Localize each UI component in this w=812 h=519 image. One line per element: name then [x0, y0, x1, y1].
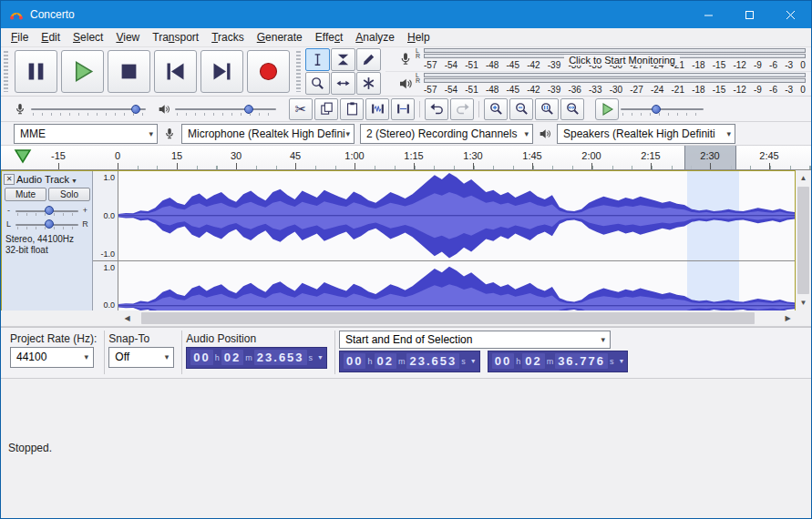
- toolbar-row-middle: ✂: [1, 97, 811, 122]
- play-button[interactable]: [61, 50, 104, 93]
- menu-item-effect[interactable]: Effect: [309, 29, 349, 46]
- tools-toolbar-grip[interactable]: [296, 51, 301, 92]
- db-scale-value: -24: [651, 84, 663, 96]
- multi-tool-button[interactable]: [356, 72, 381, 95]
- playback-device-select[interactable]: Speakers (Realtek High Definiti: [557, 124, 735, 144]
- scroll-up-icon[interactable]: ▲: [796, 170, 811, 186]
- zoom-in-button[interactable]: [484, 98, 508, 120]
- audio-track-close-icon[interactable]: ✕: [4, 174, 15, 185]
- gain-max-label: +: [82, 206, 88, 215]
- playback-meter[interactable]: L R -57-54-51-48-45-42-39-36-33-30-27-24…: [385, 72, 811, 96]
- play-speed-thumb[interactable]: [652, 105, 661, 114]
- copy-button[interactable]: [314, 98, 338, 120]
- maximize-button[interactable]: [729, 1, 770, 28]
- time-shift-tool-button[interactable]: [331, 72, 355, 95]
- menu-item-view[interactable]: View: [109, 29, 146, 46]
- skip-to-start-button[interactable]: [154, 50, 197, 93]
- draw-tool-button[interactable]: [356, 48, 381, 71]
- timebox-dropdown-icon[interactable]: [618, 358, 624, 364]
- menu-item-analyze[interactable]: Analyze: [349, 29, 401, 46]
- track-area[interactable]: ✕ Audio Track Mute Solo - + L R: [1, 170, 811, 310]
- menu-item-help[interactable]: Help: [401, 29, 437, 46]
- solo-button[interactable]: Solo: [48, 188, 90, 201]
- recording-channels-select[interactable]: 2 (Stereo) Recording Channels: [360, 124, 533, 144]
- status-text: Stopped.: [8, 442, 52, 454]
- close-button[interactable]: [770, 1, 811, 28]
- db-scale-value: -39: [548, 59, 560, 71]
- waveform-area[interactable]: [118, 171, 795, 310]
- menu-item-generate[interactable]: Generate: [251, 29, 309, 46]
- zoom-tool-button[interactable]: [305, 72, 330, 95]
- play-at-speed-button[interactable]: [595, 98, 619, 120]
- timebox-dropdown-icon[interactable]: [470, 358, 477, 364]
- pan-slider[interactable]: [14, 218, 80, 230]
- audio-track[interactable]: ✕ Audio Track Mute Solo - + L R: [1, 170, 796, 310]
- redo-button[interactable]: [450, 98, 474, 120]
- waveform-channel-right[interactable]: [118, 261, 795, 310]
- menu-item-transport[interactable]: Transport: [146, 29, 205, 46]
- menu-item-edit[interactable]: Edit: [35, 29, 67, 46]
- recording-meter[interactable]: L R -57-54-51-48-45-42-39-36-33-30-27-24…: [385, 47, 811, 72]
- cut-button[interactable]: ✂: [289, 98, 313, 120]
- pan-thumb[interactable]: [45, 219, 54, 229]
- paste-button[interactable]: [340, 98, 364, 120]
- playback-volume-thumb[interactable]: [244, 105, 253, 114]
- selection-end-field[interactable]: 00h 02m 36.776s: [488, 351, 629, 372]
- gain-slider[interactable]: [14, 204, 80, 217]
- gain-thumb[interactable]: [45, 206, 54, 215]
- fit-selection-button[interactable]: [535, 98, 559, 120]
- stop-button[interactable]: [108, 50, 150, 93]
- audio-host-select[interactable]: MME: [14, 124, 158, 144]
- scroll-left-icon[interactable]: ◀: [119, 310, 135, 326]
- undo-button[interactable]: [425, 98, 448, 120]
- transport-toolbar-grip[interactable]: [4, 51, 8, 92]
- timeline-play-pin-icon[interactable]: [14, 149, 32, 164]
- recording-device-select[interactable]: Microphone (Realtek High Defini: [181, 124, 355, 144]
- menu-bar[interactable]: FileEditSelectViewTransportTracksGenerat…: [1, 28, 811, 47]
- snap-to-select[interactable]: Off: [108, 347, 174, 368]
- mute-button[interactable]: Mute: [5, 188, 46, 201]
- horizontal-scroll-track[interactable]: [135, 310, 780, 326]
- audio-position-group: Audio Position 00h 02m 23.653s: [182, 331, 335, 374]
- audio-position-field[interactable]: 00h 02m 23.653s: [186, 347, 327, 369]
- db-scale-value: -36: [568, 84, 581, 96]
- selection-start-field[interactable]: 00h 02m 23.653s: [339, 351, 480, 372]
- trim-audio-button[interactable]: [365, 98, 389, 120]
- playback-volume-slider[interactable]: [173, 102, 278, 117]
- horizontal-scroll-thumb[interactable]: [141, 312, 755, 324]
- monitoring-hint[interactable]: Click to Start Monitoring: [564, 55, 680, 66]
- scroll-down-icon[interactable]: ▼: [796, 295, 811, 310]
- audio-track-name-menu[interactable]: Audio Track: [16, 174, 77, 185]
- pause-button[interactable]: [15, 50, 57, 93]
- project-rate-select[interactable]: 44100: [10, 347, 94, 368]
- db-scale-value: -18: [692, 84, 704, 96]
- menu-item-file[interactable]: File: [5, 29, 35, 46]
- db-scale-value: -48: [486, 59, 499, 71]
- menu-item-select[interactable]: Select: [67, 29, 109, 46]
- vertical-scroll-thumb[interactable]: [797, 187, 809, 294]
- fit-project-button[interactable]: [560, 98, 584, 120]
- scroll-right-icon[interactable]: ▶: [780, 310, 796, 326]
- selection-tool-button[interactable]: [305, 48, 330, 71]
- zoom-out-button[interactable]: [509, 98, 533, 120]
- waveform-channel-left[interactable]: [118, 171, 795, 261]
- recording-volume-slider[interactable]: [29, 102, 148, 117]
- menu-item-tracks[interactable]: Tracks: [205, 29, 251, 46]
- play-speed-slider[interactable]: [619, 102, 705, 117]
- vertical-scale-ruler[interactable]: 1.0 0.0 -1.0 1.0 0.0 -1.0: [93, 171, 118, 310]
- record-button[interactable]: [247, 50, 290, 93]
- waveform-right: [118, 261, 795, 310]
- recording-volume-thumb[interactable]: [131, 105, 140, 114]
- track-format-line2: 32-bit float: [5, 245, 90, 256]
- skip-to-end-button[interactable]: [200, 50, 243, 93]
- db-scale-value: -33: [589, 84, 601, 96]
- timeline-ruler[interactable]: -1501530451:001:151:301:452:002:152:302:…: [1, 146, 811, 170]
- vertical-scrollbar[interactable]: ▲ ▼: [796, 170, 811, 310]
- db-scale-value: -39: [548, 84, 560, 96]
- minimize-button[interactable]: [688, 1, 729, 28]
- envelope-tool-button[interactable]: [331, 48, 355, 71]
- selection-mode-select[interactable]: Start and End of Selection: [339, 331, 611, 349]
- horizontal-scrollbar[interactable]: ◀ ▶: [1, 310, 811, 327]
- silence-audio-button[interactable]: [391, 98, 415, 120]
- timebox-dropdown-icon[interactable]: [317, 354, 324, 361]
